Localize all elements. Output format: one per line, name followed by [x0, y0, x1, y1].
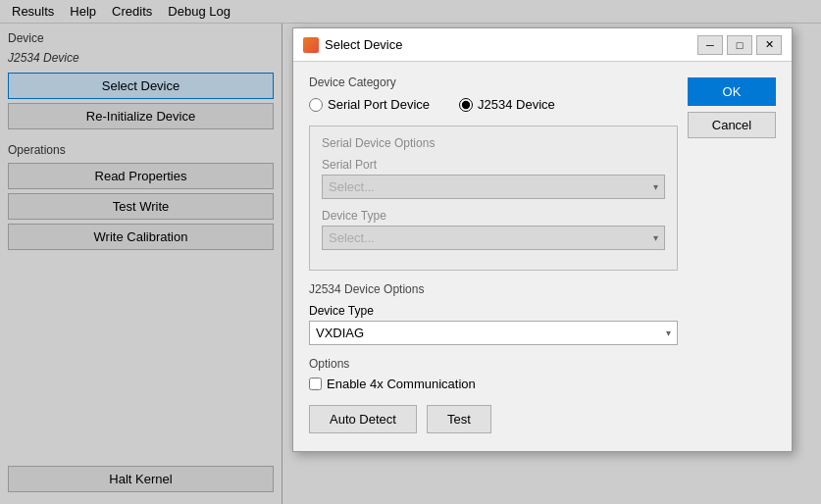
- dialog-titlebar: Select Device ─ □ ✕: [293, 28, 792, 62]
- app-window: Results Help Credits Debug Log Device J2…: [0, 0, 821, 504]
- ok-button[interactable]: OK: [688, 77, 776, 106]
- j2534-label: J2534 Device: [478, 97, 555, 112]
- j2534-device-type-combo[interactable]: VXDIAG ▾: [309, 321, 678, 345]
- dialog-footer: Auto Detect Test: [309, 405, 678, 437]
- device-category-radio-group: Serial Port Device J2534 Device: [309, 97, 678, 112]
- minimize-button[interactable]: ─: [697, 35, 723, 55]
- dialog-title: Select Device: [325, 37, 402, 52]
- dialog-body: Device Category Serial Port Device J2534…: [293, 62, 792, 451]
- auto-detect-button[interactable]: Auto Detect: [309, 405, 417, 433]
- test-button[interactable]: Test: [427, 405, 491, 433]
- serial-port-option[interactable]: Serial Port Device: [309, 97, 430, 112]
- options-section: Options Enable 4x Communication: [309, 357, 678, 391]
- device-type-serial-arrow-icon: ▾: [653, 232, 658, 243]
- dialog-content-area: Device Category Serial Port Device J2534…: [309, 76, 776, 437]
- serial-options-title: Serial Device Options: [322, 136, 665, 150]
- j2534-option[interactable]: J2534 Device: [459, 97, 555, 112]
- j2534-options-title: J2534 Device Options: [309, 282, 678, 296]
- serial-port-arrow-icon: ▾: [653, 181, 658, 192]
- dialog-main: Device Category Serial Port Device J2534…: [309, 76, 678, 437]
- device-type-serial-label: Device Type: [322, 209, 665, 223]
- j2534-radio[interactable]: [459, 98, 473, 112]
- titlebar-controls: ─ □ ✕: [697, 35, 782, 55]
- dialog-app-icon: [303, 37, 319, 53]
- serial-port-field-label: Serial Port: [322, 158, 665, 172]
- j2534-device-type-label: Device Type: [309, 304, 678, 318]
- enable-4x-option[interactable]: Enable 4x Communication: [309, 377, 678, 391]
- j2534-combo-arrow-icon: ▾: [666, 328, 671, 338]
- enable-4x-checkbox[interactable]: [309, 378, 322, 390]
- serial-port-combo: Select... ▾: [322, 175, 665, 199]
- select-device-dialog: Select Device ─ □ ✕ Device Category Ser: [292, 27, 793, 452]
- j2534-device-type-value: VXDIAG: [316, 326, 364, 340]
- device-type-serial-value: Select...: [329, 230, 375, 245]
- dialog-title-left: Select Device: [303, 37, 402, 53]
- serial-device-options-box: Serial Device Options Serial Port Select…: [309, 126, 678, 271]
- serial-port-radio[interactable]: [309, 98, 323, 112]
- device-type-serial-combo: Select... ▾: [322, 226, 665, 250]
- cancel-button[interactable]: Cancel: [688, 112, 776, 138]
- device-category-label: Device Category: [309, 76, 678, 89]
- serial-port-label: Serial Port Device: [328, 97, 430, 112]
- j2534-device-options: J2534 Device Options Device Type VXDIAG …: [309, 282, 678, 345]
- close-button[interactable]: ✕: [756, 35, 782, 55]
- options-title: Options: [309, 357, 678, 371]
- maximize-button[interactable]: □: [727, 35, 752, 55]
- serial-port-value: Select...: [329, 179, 375, 194]
- enable-4x-label: Enable 4x Communication: [327, 377, 476, 391]
- dialog-side-buttons: OK Cancel: [688, 76, 776, 437]
